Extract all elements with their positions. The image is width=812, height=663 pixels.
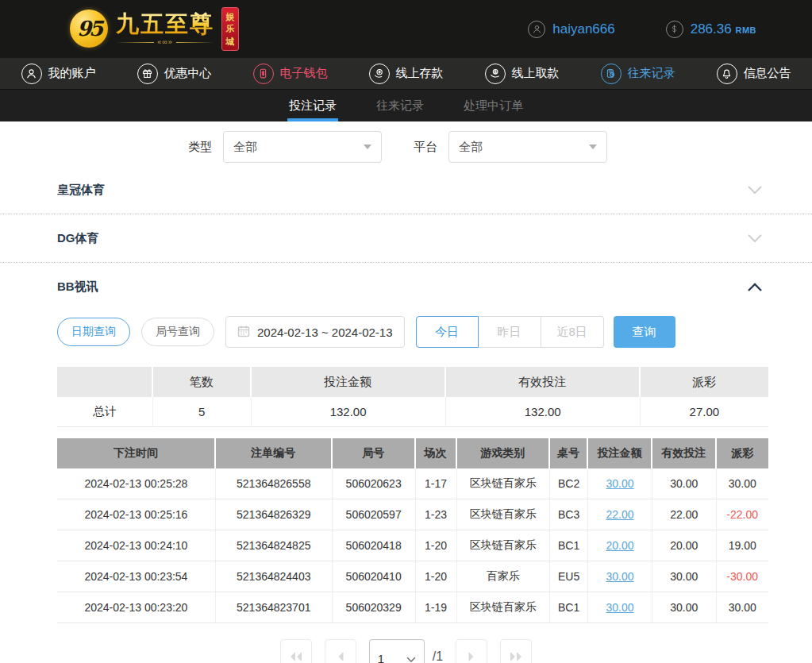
- page-select-value: 1: [378, 652, 384, 663]
- nav-item-label: 信息公告: [744, 66, 791, 81]
- table-row: 2024-02-13 00:23:54521364824403506020410…: [57, 561, 768, 592]
- logo-badge: 娱乐城: [221, 7, 239, 51]
- summary-total-label: 总计: [57, 397, 153, 427]
- nav-item-label: 线上存款: [396, 66, 444, 81]
- date-query-button[interactable]: 日期查询: [57, 318, 130, 346]
- username-chip[interactable]: haiyan666: [528, 21, 614, 38]
- nav-item-my-account[interactable]: 我的账户: [1, 64, 117, 84]
- today-button[interactable]: 今日: [416, 316, 479, 348]
- summary-header-cell: 派彩: [641, 367, 768, 397]
- user-area: haiyan666 286.36 RMB: [528, 21, 756, 38]
- chevron-down-icon: [406, 652, 416, 663]
- user-icon: [21, 64, 42, 84]
- nav-item-announcements[interactable]: 信息公告: [696, 64, 812, 84]
- table-cell: 1-17: [416, 468, 457, 499]
- table-cell: 506020623: [333, 468, 416, 499]
- filter-row: 类型 全部 平台 全部: [188, 131, 812, 163]
- page-total-label: /1: [433, 639, 443, 663]
- column-header: 场次: [416, 438, 457, 468]
- table-cell: 1-23: [416, 499, 457, 530]
- records-clipboard-icon: [601, 64, 622, 84]
- summary-header-cell: [57, 367, 153, 397]
- section-crown-sports[interactable]: 皇冠体育: [0, 166, 812, 214]
- bet-amount-link[interactable]: 30.00: [606, 477, 634, 490]
- chevron-down-icon: [747, 185, 763, 195]
- bet-amount-link[interactable]: 30.00: [606, 601, 634, 614]
- main-nav: 我的账户 优惠中心 电子钱包 线上存款 线上取款 往来记录 信息公告: [0, 58, 812, 90]
- table-cell: 30.00: [652, 468, 717, 499]
- table-cell: BC1: [550, 592, 588, 623]
- next-page-button[interactable]: [456, 639, 487, 663]
- column-header: 派彩: [717, 438, 768, 468]
- table-cell: 506020418: [333, 530, 416, 561]
- tab-bet-records[interactable]: 投注记录: [287, 90, 338, 121]
- nav-item-deposit[interactable]: 线上存款: [348, 64, 464, 84]
- table-cell: 22.00: [588, 499, 652, 530]
- chevron-up-icon: [747, 282, 763, 292]
- nav-item-e-wallet[interactable]: 电子钱包: [233, 64, 348, 84]
- table-row: 2024-02-13 00:23:20521364823701506020329…: [57, 592, 768, 623]
- balance-currency: RMB: [735, 25, 756, 35]
- bet-table-head-row: 下注时间注单编号局号场次游戏类别桌号投注金额有效投注派彩: [57, 438, 768, 468]
- table-cell: 30.00: [652, 561, 717, 592]
- withdraw-coin-icon: [485, 64, 506, 84]
- table-row: 2024-02-13 00:25:16521364826329506020597…: [57, 499, 768, 530]
- table-cell: 521364824825: [216, 530, 333, 561]
- chevron-down-icon: [589, 145, 597, 149]
- date-range-picker[interactable]: 2024-02-13 ~ 2024-02-13: [225, 316, 405, 348]
- quick-date-group: 今日 昨日 近8日: [416, 316, 604, 348]
- first-page-button[interactable]: [280, 639, 312, 663]
- section-title: BB视讯: [57, 279, 98, 295]
- bet-amount-link[interactable]: 30.00: [606, 570, 634, 583]
- nav-item-promotions[interactable]: 优惠中心: [117, 64, 233, 84]
- section-dg-sports[interactable]: DG体育: [0, 214, 812, 263]
- table-cell: 区块链百家乐: [457, 499, 550, 530]
- nav-item-label: 往来记录: [628, 66, 675, 81]
- table-cell: 521364826329: [216, 499, 333, 530]
- search-button[interactable]: 查询: [614, 316, 675, 348]
- nav-item-withdraw[interactable]: 线上取款: [464, 64, 580, 84]
- table-cell: EU5: [550, 561, 588, 592]
- platform-select[interactable]: 全部: [448, 131, 607, 163]
- table-cell: 521364826558: [216, 468, 333, 499]
- table-cell: 30.00: [588, 561, 652, 592]
- tab-pending-orders[interactable]: 处理中订单: [462, 90, 525, 121]
- table-cell: 30.00: [588, 592, 652, 623]
- table-cell: 区块链百家乐: [457, 530, 550, 561]
- balance-amount: 286.36: [691, 21, 732, 37]
- nav-item-label: 优惠中心: [164, 66, 212, 81]
- platform-filter-label: 平台: [414, 140, 437, 155]
- site-logo[interactable]: 95 九五至尊 «∞» 娱乐城: [70, 7, 239, 51]
- summary-table: 笔数 投注金额 有效投注 派彩 总计 5 132.00 132.00 27.00: [57, 367, 768, 427]
- summary-header-row: 笔数 投注金额 有效投注 派彩: [57, 367, 768, 397]
- table-cell: 百家乐: [457, 561, 550, 592]
- summary-bet-amount: 132.00: [252, 397, 446, 427]
- yesterday-button[interactable]: 昨日: [479, 316, 541, 348]
- round-query-button[interactable]: 局号查询: [141, 318, 214, 346]
- prev-page-button[interactable]: [325, 639, 356, 663]
- bet-amount-link[interactable]: 20.00: [606, 539, 634, 552]
- table-cell: 1-20: [416, 530, 457, 561]
- table-row: 2024-02-13 00:25:28521364826558506020623…: [57, 468, 768, 499]
- table-cell: 2024-02-13 00:24:10: [57, 530, 216, 561]
- balance-chip[interactable]: 286.36 RMB: [666, 21, 756, 38]
- table-cell: -22.00: [717, 499, 768, 530]
- page-select[interactable]: 1: [369, 639, 425, 663]
- username-text: haiyan666: [552, 21, 614, 37]
- table-cell: 506020329: [333, 592, 416, 623]
- section-bb-live[interactable]: BB视讯: [0, 263, 812, 311]
- dollar-icon: [666, 21, 683, 38]
- last-8-days-button[interactable]: 近8日: [541, 316, 604, 348]
- summary-header-cell: 投注金额: [252, 367, 446, 397]
- bet-amount-link[interactable]: 22.00: [606, 508, 634, 521]
- last-page-button[interactable]: [500, 639, 532, 663]
- nav-item-label: 我的账户: [48, 66, 96, 81]
- nav-item-transaction-records[interactable]: 往来记录: [580, 64, 696, 84]
- tab-transaction-records[interactable]: 往来记录: [375, 90, 425, 121]
- summary-header-cell: 有效投注: [446, 367, 641, 397]
- logo-text: 九五至尊 «∞»: [116, 12, 214, 46]
- type-select[interactable]: 全部: [223, 131, 382, 163]
- summary-valid-bet: 132.00: [446, 397, 641, 427]
- calendar-icon: [237, 325, 250, 340]
- bet-records-table: 下注时间注单编号局号场次游戏类别桌号投注金额有效投注派彩 2024-02-13 …: [57, 438, 768, 623]
